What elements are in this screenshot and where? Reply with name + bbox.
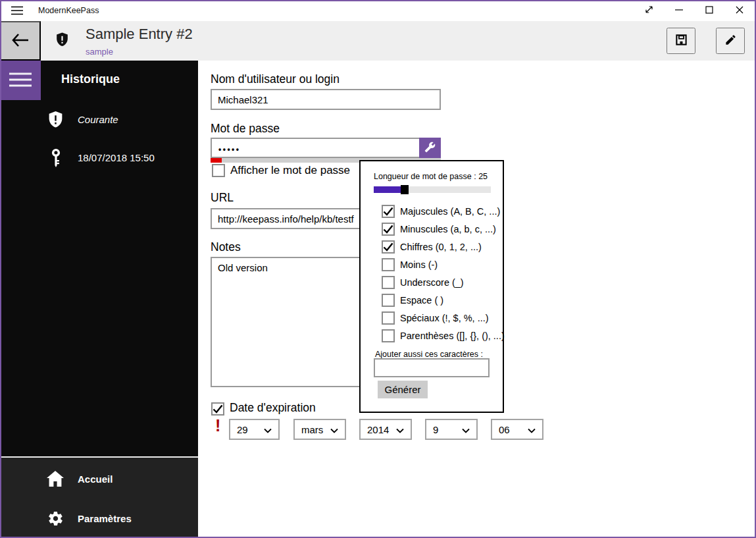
option-label: Chiffres (0, 1, 2, ...) (400, 242, 482, 252)
title-bar: ModernKeePass (0, 0, 756, 21)
shield-icon (47, 111, 64, 131)
minimize-icon (675, 6, 683, 16)
entry-shield-icon (55, 32, 69, 50)
minute-dropdown[interactable]: 06 (491, 419, 543, 440)
slider-thumb[interactable] (401, 185, 409, 194)
password-length-label: Longueur de mot de passe : 25 (374, 172, 488, 181)
extra-chars-label: Ajouter aussi ces caractères : (375, 350, 483, 359)
option-checkbox[interactable] (382, 258, 395, 271)
fullscreen-button[interactable] (634, 0, 664, 21)
option-checkbox[interactable] (382, 240, 395, 254)
option-checkbox[interactable] (382, 329, 395, 342)
maximize-button[interactable] (694, 0, 724, 21)
option-lowercase[interactable]: Minuscules (a, b, c, ...) (376, 223, 496, 236)
password-length-slider[interactable] (374, 186, 491, 193)
option-uppercase[interactable]: Majuscules (A, B, C, ...) (376, 205, 500, 218)
generate-button[interactable]: Générer (378, 381, 428, 398)
home-icon (46, 470, 64, 490)
close-button[interactable] (724, 0, 755, 21)
edit-button[interactable] (716, 28, 745, 54)
close-icon (736, 6, 743, 16)
wrench-icon (424, 142, 436, 155)
month-value: mars (301, 424, 323, 435)
app-window: ModernKeePass (0, 0, 756, 538)
window-border-top (0, 0, 756, 1)
window-controls (634, 0, 755, 21)
option-digits[interactable]: Chiffres (0, 1, 2, ...) (376, 240, 482, 254)
hamburger-icon (9, 72, 32, 90)
option-space[interactable]: Espace ( ) (376, 294, 443, 307)
window-border-left (0, 0, 1, 538)
option-underscore[interactable]: Underscore (_) (376, 276, 464, 289)
sidebar-footer (0, 456, 198, 538)
option-brackets[interactable]: Parenthèses ([], {}, (), ...) (376, 329, 505, 342)
username-input[interactable] (211, 89, 441, 110)
option-checkbox[interactable] (382, 205, 395, 218)
option-label: Moins (-) (400, 259, 438, 270)
option-checkbox[interactable] (382, 276, 395, 289)
expiration-label[interactable]: Date d'expiration (230, 401, 316, 415)
password-input[interactable]: ••••• (211, 138, 441, 158)
show-password-label[interactable]: Afficher le mot de passe (230, 164, 350, 177)
app-title: ModernKeePass (38, 6, 99, 15)
option-label: Majuscules (A, B, C, ...) (400, 206, 500, 217)
username-label: Nom d'utilisateur ou login (211, 72, 340, 86)
gear-icon (47, 510, 64, 529)
chevron-down-icon (462, 424, 470, 435)
option-label: Espace ( ) (400, 295, 443, 306)
show-password-checkbox[interactable] (212, 164, 225, 177)
expiration-checkbox[interactable] (211, 402, 224, 416)
save-button[interactable] (667, 28, 695, 54)
history-item-label: 18/07/2018 15:50 (78, 152, 155, 163)
option-label: Underscore (_) (400, 277, 464, 288)
generate-password-button[interactable] (419, 138, 441, 158)
option-checkbox[interactable] (382, 311, 395, 325)
option-checkbox[interactable] (382, 223, 395, 236)
back-arrow-icon (12, 33, 29, 49)
day-dropdown[interactable]: 29 (229, 419, 280, 440)
hamburger-icon (11, 6, 23, 18)
sidebar-heading: Historique (61, 72, 120, 86)
option-minus[interactable]: Moins (-) (376, 258, 438, 271)
edit-pencil-icon (724, 34, 737, 48)
back-button[interactable] (0, 21, 41, 61)
month-dropdown[interactable]: mars (293, 419, 346, 440)
sidebar-item-label: Accueil (78, 473, 113, 485)
history-item-label: Courante (78, 114, 118, 125)
option-checkbox[interactable] (382, 294, 395, 307)
notes-label: Notes (211, 240, 241, 254)
password-label: Mot de passe (211, 122, 280, 136)
day-value: 29 (237, 424, 248, 435)
option-special[interactable]: Spéciaux (!, $, %, ...) (376, 311, 489, 325)
option-label: Spéciaux (!, $, %, ...) (400, 313, 489, 323)
option-label: Parenthèses ([], {}, (), ...) (400, 331, 505, 341)
slider-fill (374, 186, 401, 193)
save-icon (675, 34, 688, 48)
chevron-down-icon (528, 424, 536, 435)
password-masked-value: ••••• (218, 145, 241, 154)
entry-group-link[interactable]: sample (86, 47, 113, 57)
minute-value: 06 (499, 424, 510, 435)
year-value: 2014 (367, 424, 389, 435)
sidebar-item-label: Paramètres (78, 513, 132, 524)
year-dropdown[interactable]: 2014 (359, 419, 412, 440)
key-icon (49, 149, 63, 170)
entry-title: Sample Entry #2 (86, 26, 193, 43)
password-strength-fill (211, 158, 222, 163)
hour-dropdown[interactable]: 9 (425, 419, 478, 440)
url-label: URL (211, 191, 234, 205)
chevron-down-icon (330, 424, 338, 435)
chevron-down-icon (264, 424, 272, 435)
extra-chars-input[interactable] (374, 358, 490, 377)
expired-warning-icon: ! (215, 416, 220, 435)
minimize-button[interactable] (664, 0, 694, 21)
password-generator-flyout: Longueur de mot de passe : 25 Majuscules… (359, 160, 504, 413)
maximize-icon (705, 6, 713, 16)
chevron-down-icon (396, 424, 404, 435)
hour-value: 9 (433, 424, 438, 435)
option-label: Minuscules (a, b, c, ...) (400, 224, 496, 234)
nav-menu-button[interactable] (0, 61, 41, 100)
fullscreen-icon (645, 5, 653, 16)
entry-header: Sample Entry #2 sample (0, 21, 756, 61)
